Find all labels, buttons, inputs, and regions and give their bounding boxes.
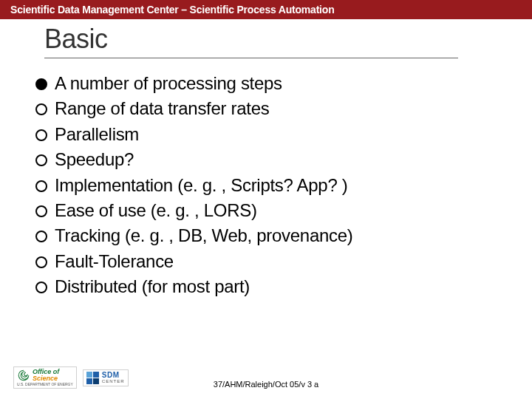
list-item-text: Parallelism [55, 123, 139, 146]
title-underline [44, 58, 458, 58]
list-item-text: A number of processing steps [55, 72, 282, 95]
list-item: A number of processing steps [35, 72, 532, 95]
list-item-text: Tracking (e. g. , DB, Web, provenance) [55, 224, 352, 248]
list-item: Implementation (e. g. , Scripts? App? ) [35, 174, 532, 197]
bullet-icon [35, 103, 47, 115]
list-item-text: Implementation (e. g. , Scripts? App? ) [55, 174, 348, 197]
slide-title: Basic [44, 24, 458, 58]
bullet-icon [35, 205, 47, 217]
list-item-text: Ease of use (e. g. , LORS) [55, 199, 257, 222]
bullet-icon [35, 231, 47, 242]
bullet-icon [35, 78, 47, 90]
list-item-text: Fault-Tolerance [55, 250, 174, 273]
list-item: Range of data transfer rates [35, 97, 532, 120]
bullet-icon [35, 154, 47, 166]
list-item-text: Speedup? [55, 148, 134, 171]
bullet-icon [35, 282, 47, 293]
slide-title-block: Basic [44, 24, 458, 58]
list-item: Tracking (e. g. , DB, Web, provenance) [35, 224, 532, 248]
bullet-icon [35, 180, 47, 192]
list-item-text: Distributed (for most part) [55, 275, 250, 299]
bullet-icon [35, 129, 47, 141]
list-item: Fault-Tolerance [35, 250, 532, 273]
header-bar: Scientific Data Management Center – Scie… [0, 0, 532, 19]
list-item: Ease of use (e. g. , LORS) [35, 199, 532, 222]
logo-text-sdm: SDM [102, 372, 125, 379]
header-title: Scientific Data Management Center – Scie… [10, 4, 335, 16]
list-item-text: Range of data transfer rates [55, 97, 269, 120]
list-item: Distributed (for most part) [35, 275, 532, 299]
bullet-list: A number of processing stepsRange of dat… [35, 72, 532, 299]
list-item: Speedup? [35, 148, 532, 171]
list-item: Parallelism [35, 123, 532, 146]
footer-text: 37/AHM/Raleigh/Oct 05/v 3 a [0, 380, 532, 389]
bullet-icon [35, 256, 47, 268]
